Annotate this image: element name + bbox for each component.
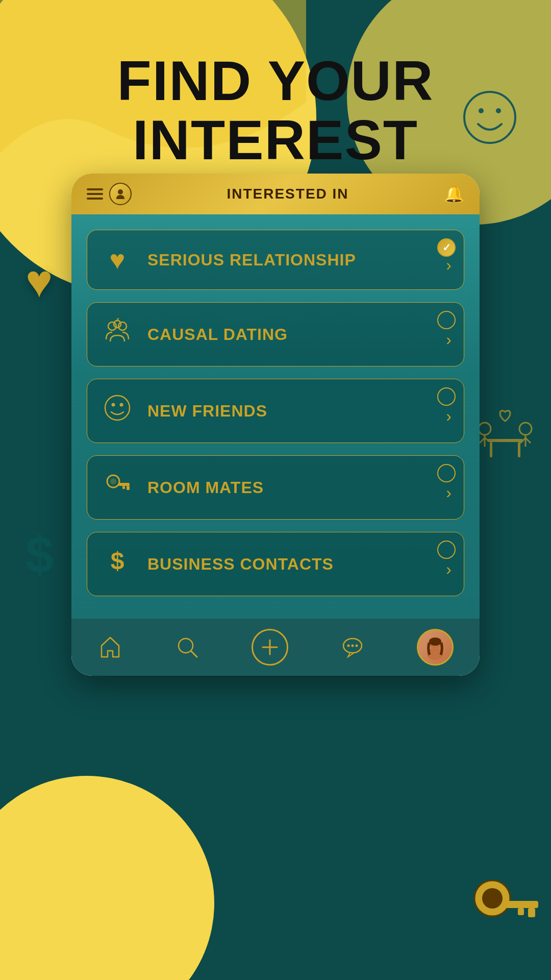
nav-chat[interactable] [340, 634, 365, 660]
casual-dating-label: CAUSAL DATING [147, 325, 434, 344]
new-friends-label: NEW FRIENDS [147, 402, 434, 421]
phone-body: ♥ SERIOUS RELATIONSHIP › CAUSAL DATING [71, 214, 480, 619]
chat-icon [340, 634, 365, 660]
interest-business-contacts[interactable]: $ BUSINESS CONTACTS › [87, 532, 464, 596]
svg-point-22 [114, 321, 121, 328]
svg-point-25 [120, 403, 123, 407]
svg-point-2 [496, 108, 501, 113]
header-profile-icon[interactable] [109, 183, 132, 205]
nav-add[interactable] [252, 629, 288, 666]
interest-new-friends[interactable]: NEW FRIENDS › [87, 379, 464, 443]
casual-dating-arrow: › [446, 330, 452, 349]
svg-rect-30 [122, 486, 125, 489]
svg-point-1 [479, 108, 484, 113]
new-friends-check [437, 387, 456, 406]
home-icon [97, 634, 123, 660]
svg-point-10 [519, 423, 532, 435]
svg-rect-28 [118, 483, 130, 486]
bell-button[interactable]: 🔔 [444, 184, 464, 204]
couple-icon [472, 408, 538, 464]
svg-rect-17 [528, 908, 535, 917]
bg-circle-bottom [0, 776, 214, 980]
room-mates-check [437, 464, 456, 482]
nav-home[interactable] [97, 634, 123, 660]
svg-point-15 [482, 888, 503, 909]
svg-point-23 [105, 396, 130, 420]
interest-room-mates[interactable]: ROOM MATES › [87, 455, 464, 520]
serious-relationship-label: SERIOUS RELATIONSHIP [147, 251, 434, 270]
nav-profile[interactable] [417, 629, 454, 666]
svg-point-37 [347, 645, 350, 647]
svg-point-19 [118, 189, 123, 194]
dollar-icon: $ [26, 526, 54, 584]
serious-relationship-check [437, 238, 456, 257]
svg-point-0 [464, 92, 515, 143]
interest-serious-relationship[interactable]: ♥ SERIOUS RELATIONSHIP › [87, 230, 464, 290]
avatar-icon [422, 634, 448, 660]
phone-card: INTERESTED IN 🔔 ♥ SERIOUS RELATIONSHIP › [71, 174, 480, 676]
svg-rect-29 [127, 486, 130, 490]
svg-text:$: $ [111, 547, 124, 574]
svg-point-6 [479, 423, 491, 435]
phone-nav [71, 619, 480, 676]
new-friends-icon [99, 394, 135, 428]
svg-rect-5 [518, 442, 520, 457]
svg-rect-4 [490, 442, 492, 457]
svg-rect-16 [505, 901, 538, 908]
interest-casual-dating[interactable]: CAUSAL DATING › [87, 302, 464, 366]
add-button[interactable] [252, 629, 288, 666]
hamburger-button[interactable] [87, 188, 103, 200]
search-icon [174, 634, 200, 660]
svg-rect-18 [518, 908, 524, 915]
casual-dating-icon [99, 317, 135, 352]
key-room-icon [99, 470, 135, 505]
header-left [87, 183, 132, 205]
business-icon: $ [99, 547, 135, 581]
new-friends-arrow: › [446, 407, 452, 426]
key-icon-bottom [464, 870, 541, 942]
svg-point-39 [356, 645, 358, 647]
serious-relationship-arrow: › [446, 256, 452, 275]
phone-header: INTERESTED IN 🔔 [71, 174, 480, 214]
svg-point-27 [110, 478, 116, 484]
nav-search[interactable] [174, 634, 200, 660]
business-contacts-label: BUSINESS CONTACTS [147, 555, 434, 574]
svg-point-24 [112, 403, 115, 407]
svg-point-38 [352, 645, 354, 647]
business-contacts-arrow: › [446, 560, 452, 579]
gold-heart-icon: ♥ [26, 255, 53, 308]
header-title: INTERESTED IN [227, 186, 348, 202]
business-contacts-check [437, 541, 456, 559]
svg-point-42 [429, 638, 441, 646]
smiley-icon [462, 89, 518, 145]
room-mates-label: ROOM MATES [147, 478, 434, 497]
svg-line-33 [191, 651, 197, 657]
casual-dating-check [437, 311, 456, 329]
room-mates-arrow: › [446, 483, 452, 502]
heart-icon: ♥ [99, 244, 135, 275]
svg-rect-3 [487, 439, 523, 442]
plus-icon [261, 638, 279, 656]
avatar[interactable] [417, 629, 454, 666]
